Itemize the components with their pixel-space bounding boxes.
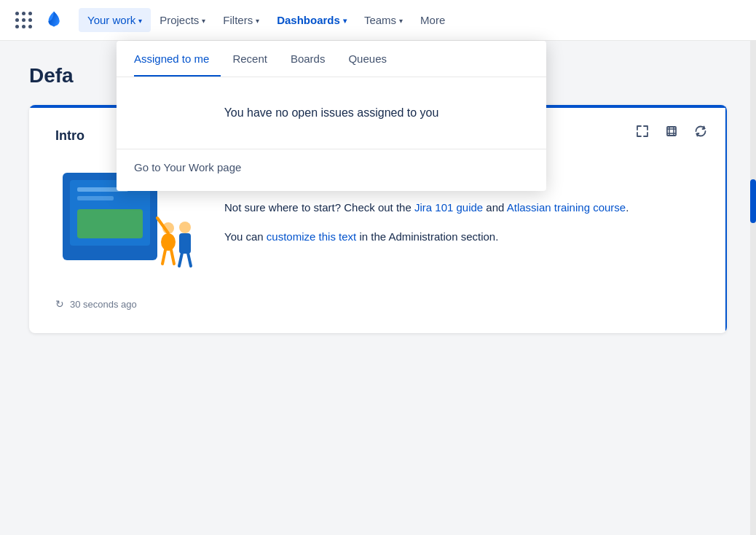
svg-line-13 — [179, 253, 182, 266]
teams-nav[interactable]: Teams ▾ — [355, 8, 412, 32]
chevron-down-icon: ▾ — [138, 17, 142, 25]
chevron-down-icon: ▾ — [202, 17, 205, 25]
svg-rect-3 — [77, 209, 143, 238]
dashboards-label: Dashboards — [277, 14, 340, 26]
tab-assigned-to-me[interactable]: Assigned to me — [134, 41, 221, 77]
tab-queues[interactable]: Queues — [336, 41, 398, 77]
tab-boards[interactable]: Boards — [279, 41, 337, 77]
jira-logo[interactable] — [41, 7, 67, 34]
customize-text-link[interactable]: customize this text — [267, 230, 356, 243]
teams-label: Teams — [364, 14, 396, 26]
filters-label: Filters — [223, 14, 253, 26]
your-work-label: Your work — [87, 14, 135, 26]
svg-rect-5 — [77, 196, 114, 200]
scrollbar[interactable] — [750, 41, 756, 535]
projects-nav[interactable]: Projects ▾ — [151, 8, 214, 32]
tab-recent[interactable]: Recent — [221, 41, 279, 77]
card-side-accent — [725, 105, 727, 333]
more-label: More — [420, 14, 445, 26]
card-footer: ↻ 30 seconds ago — [55, 298, 701, 310]
card-paragraph-2: You can customize this text in the Admin… — [224, 228, 701, 246]
projects-label: Projects — [160, 14, 199, 26]
your-work-dropdown: Assigned to me Recent Boards Queues You … — [117, 41, 546, 191]
card-actions — [631, 120, 712, 143]
card-timestamp: 30 seconds ago — [70, 299, 137, 310]
svg-point-10 — [179, 222, 191, 233]
chevron-down-icon: ▾ — [256, 17, 259, 25]
chevron-down-icon: ▾ — [399, 17, 403, 25]
card-paragraph-1: Not sure where to start? Check out the J… — [224, 199, 701, 216]
filters-nav[interactable]: Filters ▾ — [214, 8, 268, 32]
grid-menu-icon[interactable] — [12, 9, 35, 32]
navbar: Your work ▾ Projects ▾ Filters ▾ Dashboa… — [0, 0, 756, 41]
svg-rect-9 — [179, 233, 191, 254]
more-nav[interactable]: More — [412, 8, 454, 32]
svg-rect-0 — [667, 127, 676, 136]
svg-line-14 — [188, 253, 191, 266]
jira-101-link[interactable]: Jira 101 guide — [414, 201, 483, 214]
your-work-nav[interactable]: Your work ▾ — [79, 8, 151, 32]
go-to-your-work-link[interactable]: Go to Your Work page — [117, 149, 546, 185]
dropdown-content: You have no open issues assigned to you — [117, 77, 546, 149]
scrollbar-thumb[interactable] — [750, 179, 756, 223]
no-issues-message: You have no open issues assigned to you — [134, 106, 529, 120]
svg-line-12 — [171, 250, 174, 264]
svg-line-11 — [162, 250, 165, 264]
atlassian-training-link[interactable]: Atlassian training course — [507, 201, 626, 214]
expand-icon[interactable] — [631, 120, 654, 143]
chevron-down-icon: ▾ — [343, 17, 347, 25]
svg-point-6 — [161, 233, 176, 251]
dashboards-nav[interactable]: Dashboards ▾ — [268, 8, 355, 32]
frame-icon[interactable] — [660, 120, 683, 143]
refresh-icon[interactable] — [689, 120, 712, 143]
refresh-time-icon: ↻ — [55, 298, 64, 310]
dropdown-tabs: Assigned to me Recent Boards Queues — [117, 41, 546, 77]
